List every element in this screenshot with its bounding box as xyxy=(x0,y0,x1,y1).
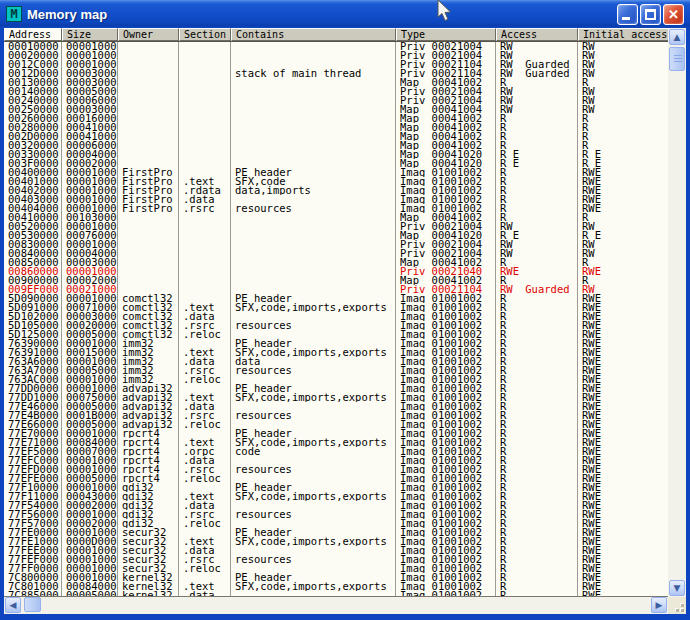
table-row[interactable]: 0012C00000001000Priv 00021104RW GuardedR… xyxy=(4,60,668,69)
table-row[interactable]: 77E7000000001000rpcrt4PE headerImag 0100… xyxy=(4,429,668,438)
column-header-contains[interactable]: Contains xyxy=(231,28,396,41)
column-header-access[interactable]: Access xyxy=(496,28,578,41)
table-row[interactable]: 7C80000000001000kernel32PE headerImag 01… xyxy=(4,573,668,582)
table-row[interactable]: 0012D00000003000stack of main threadPriv… xyxy=(4,69,668,78)
table-row[interactable]: 7639100000015000imm32.textSFX,code,impor… xyxy=(4,348,668,357)
cell-address: 00520000 xyxy=(4,222,62,231)
resize-grip[interactable] xyxy=(672,600,684,612)
table-row[interactable]: 0032000000006000Map 00041002RR xyxy=(4,141,668,150)
table-row[interactable]: 77E4B0000001B000advapi32.rsrcresourcesIm… xyxy=(4,411,668,420)
table-row[interactable]: 0026000000016000Map 00041002RR xyxy=(4,114,668,123)
table-row[interactable]: 0024000000006000Priv 00021004RWRW xyxy=(4,96,668,105)
column-header-owner[interactable]: Owner xyxy=(118,28,179,41)
table-row[interactable]: 77DD100000075000advapi32.textSFX,code,im… xyxy=(4,393,668,402)
column-header-address[interactable]: Address xyxy=(4,28,62,41)
scroll-up-button[interactable]: ▲ xyxy=(669,29,685,45)
close-button[interactable]: ✕ xyxy=(663,4,684,25)
table-row[interactable]: 5D09100000071000comctl32.textSFX,code,im… xyxy=(4,303,668,312)
vertical-scroll-thumb[interactable] xyxy=(669,47,685,71)
table-row[interactable]: 0013000000003000Map 00041002RR xyxy=(4,78,668,87)
table-row[interactable]: 77EF500000007000rpcrt4.orpccodeImag 0100… xyxy=(4,447,668,456)
column-header-size[interactable]: Size xyxy=(62,28,118,41)
table-row[interactable]: 77DD000000001000advapi32PE headerImag 01… xyxy=(4,384,668,393)
titlebar[interactable]: M Memory map ✕ xyxy=(0,0,690,28)
minimize-button[interactable] xyxy=(617,4,638,25)
table-row[interactable]: 763A600000001000imm32.datadataImag 01001… xyxy=(4,357,668,366)
cell-owner: comctl32 xyxy=(118,303,179,312)
table-row[interactable]: 0040100000001000FirstPro.textSFX,codeIma… xyxy=(4,177,668,186)
cell-section xyxy=(179,267,231,276)
cell-initial-access: R xyxy=(578,78,668,87)
table-row[interactable]: 5D09000000001000comctl32PE headerImag 01… xyxy=(4,294,668,303)
table-row[interactable]: 009EF00000021000Priv 00021104RW GuardedR… xyxy=(4,285,668,294)
scroll-left-button[interactable]: ◀ xyxy=(5,597,21,613)
table-row[interactable]: 77F1000000001000gdi32PE headerImag 01001… xyxy=(4,483,668,492)
table-row[interactable]: 77F5600000001000gdi32.rsrcresourcesImag … xyxy=(4,510,668,519)
table-row[interactable]: 77F5400000002000gdi32.dataImag 01001002R… xyxy=(4,501,668,510)
cell-owner xyxy=(118,87,179,96)
table-row[interactable]: 77FE000000001000secur32PE headerImag 010… xyxy=(4,528,668,537)
table-row[interactable]: 0083000000001000Priv 00021004RWRW xyxy=(4,240,668,249)
table-row[interactable]: 0033000000004000Map 00041020R ER E xyxy=(4,150,668,159)
table-row[interactable]: 77EFE00000005000rpcrt4.relocImag 0100100… xyxy=(4,474,668,483)
table-row[interactable]: 0041000000103000Map 00041002RR xyxy=(4,213,668,222)
table-row[interactable]: 0090000000002000Map 00041002RR xyxy=(4,276,668,285)
table-row[interactable]: 77E4600000005000advapi32.dataImag 010010… xyxy=(4,402,668,411)
cell-owner: FirstPro xyxy=(118,168,179,177)
table-row[interactable]: 5D10500000020000comctl32.rsrcresourcesIm… xyxy=(4,321,668,330)
cell-contains xyxy=(231,456,396,465)
cell-section xyxy=(179,60,231,69)
horizontal-scroll-thumb[interactable] xyxy=(24,597,41,612)
cell-address: 00240000 xyxy=(4,96,62,105)
table-row[interactable]: 763AC00000001000imm32.relocImag 01001002… xyxy=(4,375,668,384)
table-row[interactable]: 0028000000041000Map 00041002RR xyxy=(4,123,668,132)
table-row[interactable]: 0040200000001000FirstPro.rdatadata,impor… xyxy=(4,186,668,195)
table-row[interactable]: 0084000000004000Priv 00021004RWRW xyxy=(4,249,668,258)
table-row[interactable]: 0014000000005000Priv 00021004RWRW xyxy=(4,87,668,96)
table-row[interactable]: 0040000000001000FirstProPE headerImag 01… xyxy=(4,168,668,177)
table-row[interactable]: 0040400000001000FirstPro.rsrcresourcesIm… xyxy=(4,204,668,213)
horizontal-scrollbar[interactable]: ◀ ▶ xyxy=(4,597,668,614)
table-row[interactable]: 0085000000003000Map 00041002RR xyxy=(4,258,668,267)
table-row[interactable]: 77FF000000001000secur32.relocImag 010010… xyxy=(4,564,668,573)
scroll-down-button[interactable]: ▼ xyxy=(669,580,685,596)
scroll-right-button[interactable]: ▶ xyxy=(651,597,667,613)
table-row[interactable]: 0001000000001000Priv 00021004RWRW xyxy=(4,42,668,51)
table-row[interactable]: 77E6600000005000advapi32.relocImag 01001… xyxy=(4,420,668,429)
cell-section xyxy=(179,123,231,132)
vertical-scrollbar[interactable]: ▲ ▼ xyxy=(668,28,686,597)
cell-initial-access: RWE xyxy=(578,339,668,348)
table-row[interactable]: 0040300000001000FirstPro.dataImag 010010… xyxy=(4,195,668,204)
cell-type: Imag 01001002 xyxy=(396,204,496,213)
column-header-section[interactable]: Section xyxy=(179,28,231,41)
column-header-initial-access[interactable]: Initial access xyxy=(578,28,668,41)
table-row[interactable]: 0086000000001000Priv 00021040RWERWE xyxy=(4,267,668,276)
table-row[interactable]: 77EFD00000001000rpcrt4.rsrcresourcesImag… xyxy=(4,465,668,474)
table-row[interactable]: 77FEE00000001000secur32.dataImag 0100100… xyxy=(4,546,668,555)
table-row[interactable]: 5D10200000003000comctl32.dataImag 010010… xyxy=(4,312,668,321)
cell-size: 00001000 xyxy=(62,177,118,186)
table-row[interactable]: 7639000000001000imm32PE headerImag 01001… xyxy=(4,339,668,348)
table-row[interactable]: 0002000000001000Priv 00021004RWRW xyxy=(4,51,668,60)
cell-access: R xyxy=(496,564,578,573)
table-row[interactable]: 5D12500000005000comctl32.relocImag 01001… xyxy=(4,330,668,339)
cell-address: 00330000 xyxy=(4,150,62,159)
table-row[interactable]: 77EFC00000001000rpcrt4.dataImag 01001002… xyxy=(4,456,668,465)
table-row[interactable]: 77F5700000002000gdi32.relocImag 01001002… xyxy=(4,519,668,528)
table-row[interactable]: 003F000000002000Map 00041020R ER E xyxy=(4,159,668,168)
table-row[interactable]: 002D000000041000Map 00041002RR xyxy=(4,132,668,141)
table-row[interactable]: 77E7100000084000rpcrt4.textSFX,code,impo… xyxy=(4,438,668,447)
table-row[interactable]: 77F1100000043000gdi32.textSFX,code,impor… xyxy=(4,492,668,501)
table-row[interactable]: 0025000000003000Map 00041004RWRW xyxy=(4,105,668,114)
cell-owner: advapi32 xyxy=(118,393,179,402)
table-row[interactable]: 0053000000076000Map 00041020R ER E xyxy=(4,231,668,240)
table-row[interactable]: 763A700000005000imm32.rsrcresourcesImag … xyxy=(4,366,668,375)
table-row[interactable]: 77FEF00000001000secur32.rsrcresourcesIma… xyxy=(4,555,668,564)
cell-owner: gdi32 xyxy=(118,483,179,492)
table-row[interactable]: 7C80100000084000kernel32.textSFX,code,im… xyxy=(4,582,668,591)
table-row[interactable]: 77FE10000000D000secur32.textSFX,code,imp… xyxy=(4,537,668,546)
cell-type: Imag 01001002 xyxy=(396,420,496,429)
column-header-type[interactable]: Type xyxy=(396,28,496,41)
table-row[interactable]: 0052000000001000Priv 00021004RWRW xyxy=(4,222,668,231)
maximize-button[interactable] xyxy=(640,4,661,25)
